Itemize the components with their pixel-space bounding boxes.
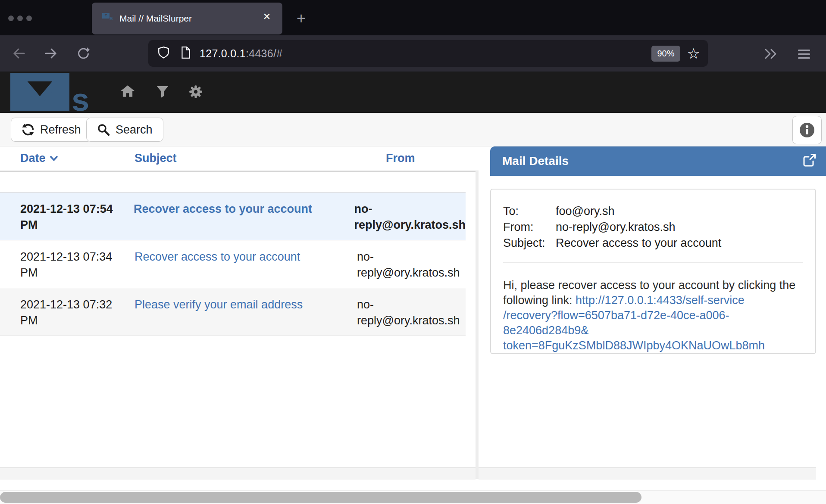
meta-body-divider bbox=[503, 262, 803, 263]
shield-icon[interactable] bbox=[158, 46, 169, 61]
window-controls[interactable] bbox=[8, 16, 32, 21]
info-button[interactable] bbox=[792, 116, 822, 144]
filter-icon[interactable] bbox=[156, 86, 169, 100]
to-label: To: bbox=[503, 203, 556, 219]
browser-tab-strip: s Mail // MailSlurper ✕ + bbox=[0, 0, 826, 35]
mail-body: Hi, please recover access to your accoun… bbox=[503, 278, 803, 353]
home-icon[interactable] bbox=[120, 84, 135, 100]
app-toolbar: Refresh Search bbox=[0, 113, 826, 146]
url-bar[interactable]: 127.0.0.1:4436/# 90% ☆ bbox=[148, 40, 708, 67]
window-dot[interactable] bbox=[8, 16, 14, 21]
tab-title: Mail // MailSlurper bbox=[119, 13, 192, 24]
column-header-date[interactable]: Date bbox=[20, 152, 58, 165]
subject-value: Recover access to your account bbox=[556, 235, 803, 251]
mail-meta: To: foo@ory.sh From: no-reply@ory.kratos… bbox=[503, 203, 803, 251]
search-button-label: Search bbox=[116, 123, 153, 137]
from-value: no-reply@ory.kratos.sh bbox=[556, 219, 803, 235]
table-row[interactable]: 2021-12-13 07:34 PM Recover access to yo… bbox=[0, 240, 466, 288]
horizontal-scrollbar-thumb[interactable] bbox=[0, 492, 641, 503]
browser-navbar: 127.0.0.1:4436/# 90% ☆ bbox=[0, 35, 826, 72]
tab-close-icon[interactable]: ✕ bbox=[260, 11, 274, 22]
column-header-from-label: From bbox=[386, 152, 415, 165]
row-from: no-reply@ory.kratos.sh bbox=[354, 201, 466, 233]
table-row[interactable]: 2021-12-13 07:54 PM Recover access to yo… bbox=[0, 193, 466, 240]
row-from: no-reply@ory.kratos.sh bbox=[357, 297, 466, 329]
sort-chevron-down-icon bbox=[50, 156, 58, 161]
new-tab-button[interactable]: + bbox=[297, 9, 306, 28]
external-link-icon[interactable] bbox=[802, 153, 817, 169]
mailslurper-favicon-icon: s bbox=[102, 13, 113, 24]
forward-icon[interactable] bbox=[44, 47, 58, 62]
table-row[interactable]: 2021-12-13 07:32 PM Please verify your e… bbox=[0, 288, 466, 336]
url-port-path: :4436/# bbox=[246, 47, 283, 59]
menu-hamburger-icon[interactable] bbox=[798, 49, 810, 61]
url-text[interactable]: 127.0.0.1:4436/# bbox=[200, 47, 282, 60]
row-date: 2021-12-13 07:54 PM bbox=[0, 201, 134, 233]
recovery-link[interactable]: /recovery?flow=6507ba71-d72e-40ce-a006-8… bbox=[503, 308, 803, 338]
svg-text:s: s bbox=[72, 82, 89, 112]
row-date: 2021-12-13 07:32 PM bbox=[0, 297, 135, 329]
column-header-subject[interactable]: Subject bbox=[135, 152, 177, 165]
page-icon[interactable] bbox=[181, 46, 191, 61]
settings-gear-icon[interactable] bbox=[188, 84, 203, 101]
search-icon bbox=[97, 123, 110, 136]
svg-text:s: s bbox=[110, 15, 113, 22]
mail-details-title: Mail Details bbox=[502, 154, 569, 168]
search-button[interactable]: Search bbox=[86, 118, 163, 142]
details-panel-footer bbox=[479, 467, 816, 479]
mail-details-header: Mail Details bbox=[490, 146, 826, 176]
mail-details-card: To: foo@ory.sh From: no-reply@ory.kratos… bbox=[490, 189, 816, 354]
row-subject-link[interactable]: Recover access to your account bbox=[134, 202, 312, 215]
column-header-subject-label: Subject bbox=[135, 152, 177, 165]
back-icon[interactable] bbox=[12, 47, 26, 62]
row-date: 2021-12-13 07:34 PM bbox=[0, 249, 135, 281]
info-icon bbox=[799, 122, 815, 138]
to-value: foo@ory.sh bbox=[556, 203, 803, 219]
app-header: s bbox=[0, 72, 826, 113]
mailslurper-logo: s bbox=[10, 73, 103, 114]
subject-label: Subject: bbox=[503, 235, 556, 251]
body-text-line1: Hi, please recover access to your accoun… bbox=[503, 279, 795, 292]
list-panel-footer bbox=[0, 467, 476, 479]
column-header-date-label: Date bbox=[20, 152, 46, 165]
zoom-level-badge[interactable]: 90% bbox=[651, 46, 680, 62]
window-dot[interactable] bbox=[26, 16, 32, 21]
row-subject-link[interactable]: Recover access to your account bbox=[135, 250, 300, 263]
body-text-line2: following link: bbox=[503, 294, 576, 307]
window-dot[interactable] bbox=[17, 16, 23, 21]
from-label: From: bbox=[503, 219, 556, 235]
overflow-chevrons-icon[interactable] bbox=[764, 48, 779, 61]
reload-icon[interactable] bbox=[76, 47, 90, 62]
browser-tab[interactable]: s Mail // MailSlurper bbox=[92, 3, 282, 34]
url-host: 127.0.0.1 bbox=[200, 47, 246, 59]
bookmark-star-icon[interactable]: ☆ bbox=[687, 46, 700, 61]
list-scrollbar-track[interactable] bbox=[476, 171, 479, 479]
row-subject-link[interactable]: Please verify your email address bbox=[135, 298, 303, 311]
refresh-icon bbox=[22, 123, 34, 136]
row-from: no-reply@ory.kratos.sh bbox=[357, 249, 466, 281]
refresh-button[interactable]: Refresh bbox=[11, 118, 92, 142]
recovery-link[interactable]: http://127.0.0.1:4433/self-service bbox=[576, 294, 745, 307]
mail-list: 2021-12-13 07:54 PM Recover access to yo… bbox=[0, 192, 466, 336]
column-header-from[interactable]: From bbox=[386, 152, 415, 165]
recovery-link[interactable]: token=8FguKzSMblD88JWIpby4OKNaUOwLb8mh bbox=[503, 338, 803, 353]
refresh-button-label: Refresh bbox=[40, 123, 81, 137]
table-header-divider bbox=[0, 171, 479, 172]
